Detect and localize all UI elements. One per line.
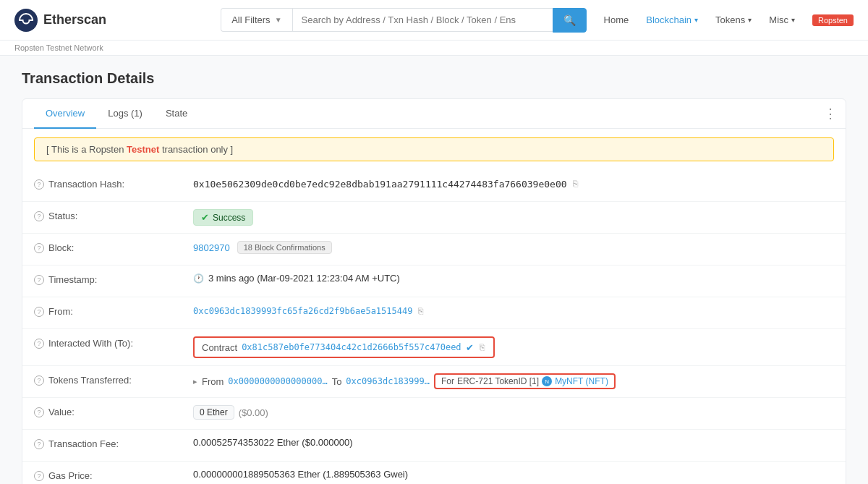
status-check-icon: ✔ [201,212,209,223]
contract-box: Contract 0x81c587eb0fe773404c42c1d2666b5… [193,336,495,358]
tokens-value: ▸ From 0x0000000000000000… To 0xc0963dc1… [193,373,834,389]
misc-chevron-icon: ▾ [791,16,795,24]
value-help-icon[interactable]: ? [34,407,44,417]
from-value: 0xc0963dc1839993fc65fa26cd2f9b6ae5a15154… [193,305,834,318]
tab-logs[interactable]: Logs (1) [96,99,154,129]
tab-overview[interactable]: Overview [34,99,96,129]
nft-token-icon: N [542,376,552,386]
tx-hash-label: ? Transaction Hash: [34,177,193,190]
tokens-to-prefix: To [332,376,342,387]
from-row: ? From: 0xc0963dc1839993fc65fa26cd2f9b6a… [22,297,846,329]
tab-more-icon[interactable]: ⋮ [824,106,837,122]
block-row: ? Block: 9802970 18 Block Confirmations [22,234,846,266]
alert-highlight: Testnet [127,144,159,155]
value-value: 0 Ether ($0.00) [193,405,834,420]
sub-header-text: Ropsten Testnet Network [14,43,103,52]
clock-icon: 🕐 [193,273,204,284]
tokens-nft-link[interactable]: MyNFT (NFT) [555,376,608,386]
gas-row: ? Gas Price: 0.000000001889505363 Ether … [22,462,846,484]
tab-state[interactable]: State [154,99,199,129]
timestamp-help-icon[interactable]: ? [34,275,44,285]
from-copy-icon[interactable]: ⎘ [417,305,425,318]
tx-hash-row: ? Transaction Hash: 0x10e5062309de0cd0be… [22,170,846,202]
tokens-label: ? Tokens Transferred: [34,373,193,386]
status-value: ✔ Success [193,209,834,226]
alert-network: Ropsten [89,144,124,155]
tokens-transfer-row: ▸ From 0x0000000000000000… To 0xc0963dc1… [193,373,616,389]
gas-help-icon[interactable]: ? [34,471,44,481]
tokens-to-link[interactable]: 0xc0963dc183999… [346,376,430,386]
block-value: 9802970 18 Block Confirmations [193,241,834,254]
contract-address-link[interactable]: 0x81c587eb0fe773404c42c1d2666b5f557c470e… [242,342,461,352]
svg-point-0 [14,9,38,32]
logo-area: Etherscan [14,9,106,32]
value-eth-badge: 0 Ether [193,405,234,420]
main-nav: Home Blockchain ▾ Tokens ▾ Misc ▾ Ropste… [604,14,854,26]
token-arrow-icon: ▸ [193,377,197,386]
search-button[interactable]: 🔍 [553,8,587,33]
tab-bar: Overview Logs (1) State ⋮ [22,99,846,129]
timestamp-row: ? Timestamp: 🕐 3 mins ago (Mar-09-2021 1… [22,266,846,297]
fee-label: ? Transaction Fee: [34,437,193,449]
fee-help-icon[interactable]: ? [34,439,44,449]
tx-hash-help-icon[interactable]: ? [34,179,44,190]
page-title: Transaction Details [22,70,846,87]
timestamp-value: 🕐 3 mins ago (Mar-09-2021 12:23:04 AM +U… [193,273,834,284]
block-number-link[interactable]: 9802970 [193,242,230,253]
value-label: ? Value: [34,405,193,417]
from-address-link[interactable]: 0xc0963dc1839993fc65fa26cd2f9b6ae5a15154… [193,306,412,316]
tokens-chevron-icon: ▾ [748,16,752,24]
search-input[interactable] [292,8,553,32]
status-row: ? Status: ✔ Success [22,202,846,234]
logo-text: Etherscan [43,12,106,27]
nav-blockchain[interactable]: Blockchain ▾ [646,14,698,25]
gas-value: 0.000000001889505363 Ether (1.889505363 … [193,469,834,480]
etherscan-logo-icon [14,9,38,32]
fee-row: ? Transaction Fee: 0.00052574353022 Ethe… [22,430,846,462]
status-help-icon[interactable]: ? [34,211,44,221]
tokens-from-link[interactable]: 0x0000000000000000… [228,376,327,386]
filter-button[interactable]: All Filters ▼ [221,8,292,32]
value-row: ? Value: 0 Ether ($0.00) [22,398,846,430]
alert-suffix: transaction only ] [162,144,233,155]
block-confirmations-badge: 18 Block Confirmations [237,241,332,254]
interacted-row: ? Interacted With (To): Contract 0x81c58… [22,329,846,366]
ropsten-badge[interactable]: Ropsten [812,14,854,26]
interacted-help-icon[interactable]: ? [34,339,44,349]
filter-chevron-icon: ▼ [275,16,282,24]
ropsten-alert: [ This is a Ropsten Testnet transaction … [34,137,834,161]
search-icon: 🔍 [563,14,576,26]
sub-header: Ropsten Testnet Network [0,41,868,56]
page-content: Transaction Details Overview Logs (1) St… [7,56,861,484]
interacted-label: ? Interacted With (To): [34,336,193,349]
from-help-icon[interactable]: ? [34,307,44,317]
tokens-for-prefix: For [441,376,454,386]
tokens-help-icon[interactable]: ? [34,375,44,386]
status-label: ? Status: [34,209,193,221]
tx-hash-copy-icon[interactable]: ⎘ [571,177,579,190]
block-label: ? Block: [34,241,193,253]
gas-label: ? Gas Price: [34,469,193,481]
block-help-icon[interactable]: ? [34,243,44,253]
interacted-value: Contract 0x81c587eb0fe773404c42c1d2666b5… [193,336,834,358]
nav-tokens[interactable]: Tokens ▾ [715,14,752,25]
verified-icon: ✔ [466,342,474,353]
tokens-erc-label: ERC-721 TokenID [1] [457,376,539,386]
header: Etherscan All Filters ▼ 🔍 Home Blockchai… [0,0,868,41]
search-area: All Filters ▼ 🔍 [221,8,586,33]
contract-prefix: Contract [202,342,237,353]
contract-copy-icon[interactable]: ⎘ [478,341,486,354]
nav-home[interactable]: Home [604,14,629,25]
filter-label: All Filters [231,14,270,25]
tokens-from-prefix: From [202,376,224,387]
blockchain-chevron-icon: ▾ [694,16,698,24]
status-badge: ✔ Success [193,209,253,226]
timestamp-label: ? Timestamp: [34,273,193,285]
alert-prefix: [ This is a [46,144,89,155]
value-usd: ($0.00) [239,407,268,418]
transaction-card: Overview Logs (1) State ⋮ [ This is a Ro… [22,98,846,484]
nav-misc[interactable]: Misc ▾ [769,14,795,25]
from-label: ? From: [34,305,193,317]
nft-box: For ERC-721 TokenID [1] N MyNFT (NFT) [434,373,616,389]
tx-hash-value: 0x10e5062309de0cd0be7edc92e8dbab191aa279… [193,177,834,190]
